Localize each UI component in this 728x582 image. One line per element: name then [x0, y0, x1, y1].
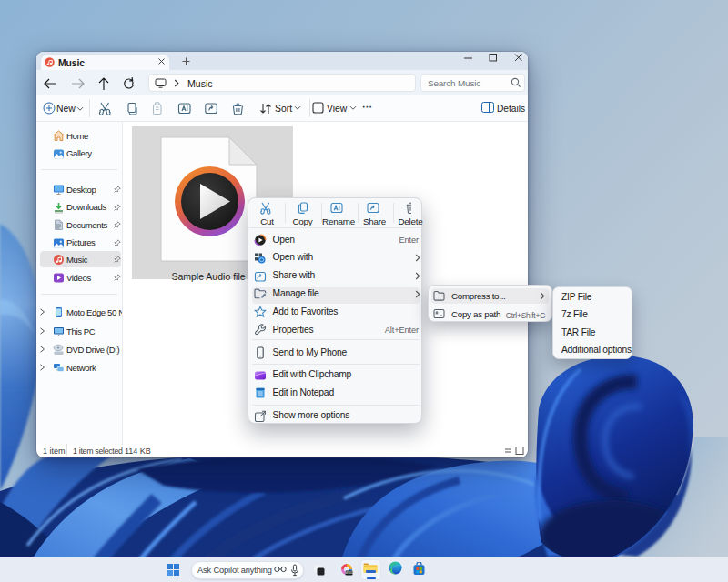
svg-text:M365: M365 [345, 571, 353, 575]
